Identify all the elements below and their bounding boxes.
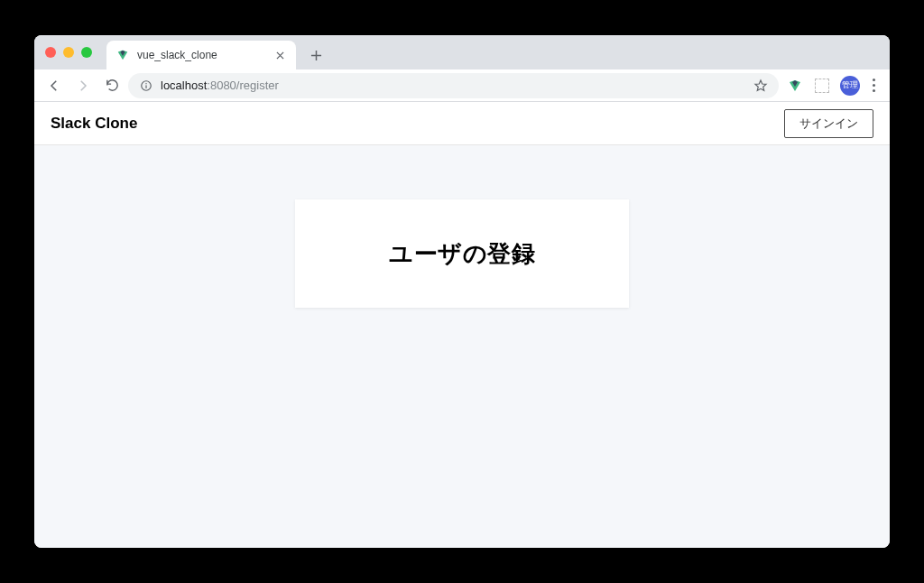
window-maximize-button[interactable] [81, 47, 92, 58]
new-tab-button[interactable] [303, 42, 328, 68]
browser-toolbar-icons: 管理 [782, 75, 882, 96]
page-content: Slack Clone サインイン ユーザの登録 [34, 102, 890, 548]
register-card: ユーザの登録 [295, 199, 629, 308]
browser-tab[interactable]: vue_slack_clone [106, 41, 296, 69]
url-text: localhost:8080/register [161, 79, 746, 92]
bookmark-star-icon[interactable] [753, 79, 768, 93]
signin-button[interactable]: サインイン [784, 109, 873, 138]
url-path: /register [236, 79, 279, 92]
app-header: Slack Clone サインイン [34, 102, 890, 145]
app-body: ユーザの登録 [34, 145, 890, 548]
app-title: Slack Clone [51, 115, 137, 133]
back-button[interactable] [42, 73, 67, 98]
url-port: :8080 [207, 79, 236, 92]
browser-tab-bar: vue_slack_clone [34, 35, 890, 69]
vue-extension-icon[interactable] [786, 77, 804, 95]
tab-close-icon[interactable] [273, 48, 287, 62]
browser-menu-button[interactable] [869, 75, 879, 96]
url-host: localhost [161, 79, 207, 92]
window-close-button[interactable] [45, 47, 56, 58]
forward-button[interactable] [70, 73, 96, 98]
window-controls [45, 47, 92, 58]
window-minimize-button[interactable] [63, 47, 74, 58]
url-field[interactable]: localhost:8080/register [128, 73, 779, 98]
tab-title: vue_slack_clone [137, 49, 265, 61]
reload-button[interactable] [99, 73, 125, 98]
svg-point-1 [145, 82, 146, 83]
browser-window: vue_slack_clone localhost:8080/register [34, 35, 890, 548]
browser-address-bar: localhost:8080/register 管理 [34, 69, 890, 102]
svg-rect-2 [145, 85, 146, 88]
register-heading: ユーザの登録 [389, 238, 535, 270]
profile-avatar[interactable]: 管理 [840, 76, 860, 96]
vue-favicon-icon [116, 48, 130, 62]
site-info-icon[interactable] [139, 79, 153, 93]
extension-placeholder-icon[interactable] [813, 77, 831, 95]
